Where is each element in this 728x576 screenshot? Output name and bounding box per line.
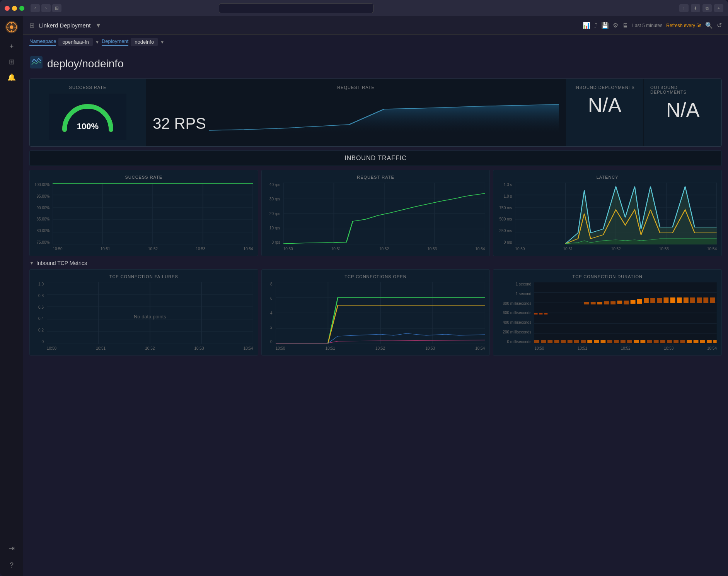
lat-x-1053: 10:53 bbox=[659, 247, 669, 251]
tcpo-y-6: 6 bbox=[266, 296, 273, 301]
copy-button[interactable]: ⧉ bbox=[702, 4, 712, 12]
svg-rect-104 bbox=[634, 340, 639, 343]
sidebar-grid-icon[interactable]: ⊞ bbox=[5, 55, 19, 69]
svg-rect-99 bbox=[601, 340, 606, 343]
breadcrumb-namespace-label[interactable]: Namespace bbox=[29, 38, 56, 46]
forward-button[interactable]: › bbox=[41, 4, 51, 12]
page-title: deploy/nodeinfo bbox=[47, 58, 124, 70]
sr-x-1054: 10:54 bbox=[244, 247, 253, 251]
dropdown-icon[interactable]: ▼ bbox=[95, 22, 101, 29]
chart-icon[interactable]: 📊 bbox=[583, 22, 590, 29]
tcpd-y-200ms: 200 milliseconds bbox=[498, 330, 531, 334]
share-icon[interactable]: ⤴ bbox=[594, 22, 597, 29]
inbound-deployments-label: INBOUND DEPLOYMENTS bbox=[575, 85, 635, 90]
lat-x-1050: 10:50 bbox=[515, 247, 525, 251]
request-rate-value: 32 RPS bbox=[153, 115, 206, 132]
svg-rect-102 bbox=[621, 340, 626, 343]
svg-rect-86 bbox=[697, 297, 702, 303]
tcpo-x-1051: 10:51 bbox=[326, 346, 335, 350]
sign-in-icon: ⇥ bbox=[9, 544, 15, 552]
tcpo-y-0: 0 bbox=[266, 340, 273, 344]
svg-rect-111 bbox=[680, 340, 685, 343]
svg-rect-75 bbox=[624, 301, 629, 304]
svg-rect-79 bbox=[650, 298, 655, 303]
svg-rect-72 bbox=[604, 301, 609, 304]
tcpf-y-0: 0 bbox=[34, 340, 44, 344]
svg-rect-106 bbox=[647, 340, 652, 343]
refresh-text[interactable]: Refresh every 5s bbox=[666, 23, 701, 28]
sidebar-bell-icon[interactable]: 🔔 bbox=[5, 70, 19, 84]
sr-y-85: 85.00% bbox=[34, 217, 49, 221]
tcpo-x-1053: 10:53 bbox=[425, 346, 435, 350]
lat-y-10: 1.0 s bbox=[498, 194, 512, 198]
sidebar-add-icon[interactable]: + bbox=[5, 39, 19, 53]
sidebar-bottom: ⇥ ? bbox=[5, 541, 19, 572]
tcpf-x-1050: 10:50 bbox=[47, 346, 56, 350]
refresh-icon[interactable]: ↺ bbox=[717, 22, 722, 29]
new-tab-button[interactable]: + bbox=[714, 4, 723, 12]
svg-rect-80 bbox=[657, 298, 662, 303]
rr-x-1050: 10:50 bbox=[283, 247, 293, 251]
svg-rect-105 bbox=[641, 340, 646, 343]
success-rate-chart-title: SUCCESS RATE bbox=[34, 175, 253, 179]
lat-x-1051: 10:51 bbox=[563, 247, 573, 251]
tcpd-x-1054: 10:54 bbox=[707, 346, 717, 350]
svg-rect-89 bbox=[534, 340, 539, 343]
help-icon: ? bbox=[10, 561, 14, 569]
svg-rect-109 bbox=[667, 340, 672, 343]
title-bar-actions: ↑ ⬇ ⧉ + bbox=[679, 4, 723, 12]
download-button[interactable]: ⬇ bbox=[691, 4, 700, 12]
tcpo-y-8: 8 bbox=[266, 282, 273, 286]
svg-rect-88 bbox=[710, 297, 715, 303]
maximize-button[interactable] bbox=[19, 6, 24, 11]
no-data-label: No data points bbox=[134, 313, 166, 319]
breadcrumb-deployment-value[interactable]: nodeinfo bbox=[131, 38, 158, 46]
monitor-icon[interactable]: 🖥 bbox=[622, 22, 628, 29]
svg-rect-94 bbox=[568, 340, 573, 343]
app-menu-icon[interactable]: ⊞ bbox=[29, 22, 34, 29]
lat-y-13: 1.3 s bbox=[498, 183, 512, 187]
grafana-logo[interactable] bbox=[5, 20, 19, 34]
sidebar: + ⊞ 🔔 ⇥ ? bbox=[0, 16, 23, 576]
tcp-metrics-collapse[interactable]: ▼ Inbound TCP Metrics bbox=[29, 260, 722, 266]
svg-point-2 bbox=[10, 26, 14, 29]
success-rate-value: 100% bbox=[77, 121, 99, 132]
gear-icon[interactable]: ⚙ bbox=[613, 22, 618, 29]
svg-rect-78 bbox=[644, 298, 649, 303]
minimize-button[interactable] bbox=[12, 6, 17, 11]
content-area: deploy/nodeinfo SUCCESS RATE bbox=[23, 49, 728, 576]
tcpd-y-0ms: 0 milliseconds bbox=[498, 340, 531, 344]
sidebar-help-icon[interactable]: ? bbox=[5, 558, 19, 572]
sr-y-95: 95.00% bbox=[34, 194, 49, 198]
back-button[interactable]: ‹ bbox=[31, 4, 40, 12]
svg-rect-114 bbox=[700, 340, 705, 343]
rr-y-20: 20 rps bbox=[266, 212, 280, 216]
page-header: deploy/nodeinfo bbox=[29, 55, 722, 72]
breadcrumb-deployment-dropdown-icon: ▼ bbox=[160, 40, 164, 44]
svg-rect-91 bbox=[548, 340, 553, 343]
rr-x-1051: 10:51 bbox=[331, 247, 341, 251]
tcpf-x-1054: 10:54 bbox=[244, 346, 253, 350]
svg-rect-116 bbox=[713, 340, 717, 343]
request-rate-chart-title: REQUEST RATE bbox=[266, 175, 485, 179]
collapse-chevron-icon: ▼ bbox=[29, 260, 34, 266]
search-icon[interactable]: 🔍 bbox=[705, 22, 713, 29]
svg-rect-93 bbox=[561, 340, 566, 343]
view-toggle-button[interactable]: ⊞ bbox=[52, 4, 61, 12]
svg-rect-70 bbox=[591, 302, 596, 304]
svg-rect-107 bbox=[654, 340, 659, 343]
inbound-traffic-header: INBOUND TRAFFIC bbox=[29, 150, 722, 166]
breadcrumb-namespace-value[interactable]: openfaas-fn bbox=[58, 38, 93, 46]
rr-y-0: 0 rps bbox=[266, 240, 280, 244]
inbound-deployments-value: N/A bbox=[588, 94, 622, 117]
svg-rect-81 bbox=[664, 297, 669, 303]
breadcrumb-deployment-label[interactable]: Deployment bbox=[102, 38, 128, 46]
svg-rect-98 bbox=[594, 340, 599, 343]
close-button[interactable] bbox=[5, 6, 10, 11]
share-button[interactable]: ↑ bbox=[679, 4, 689, 12]
svg-rect-115 bbox=[707, 340, 712, 343]
inbound-charts-grid: SUCCESS RATE 100.00% 95.00% 90.00% 85.00… bbox=[29, 170, 722, 256]
url-input[interactable]: 127.0.0.1 bbox=[219, 3, 373, 13]
sidebar-signin-icon[interactable]: ⇥ bbox=[5, 541, 19, 555]
save-icon[interactable]: 💾 bbox=[601, 22, 609, 29]
